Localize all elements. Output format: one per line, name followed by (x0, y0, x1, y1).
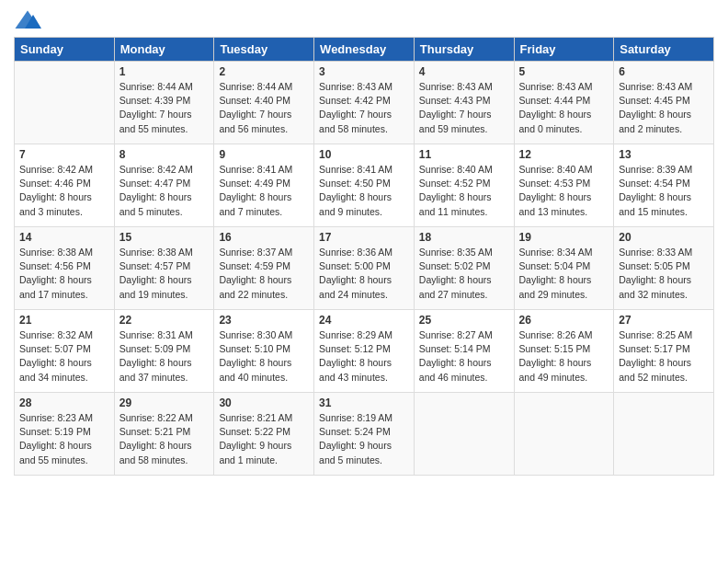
calendar-cell: 4Sunrise: 8:43 AMSunset: 4:43 PMDaylight… (414, 62, 514, 144)
calendar-cell: 7Sunrise: 8:42 AMSunset: 4:46 PMDaylight… (15, 144, 115, 227)
week-row-1: 1Sunrise: 8:44 AMSunset: 4:39 PMDaylight… (15, 62, 714, 144)
week-row-5: 28Sunrise: 8:23 AMSunset: 5:19 PMDayligh… (15, 393, 714, 476)
calendar-cell: 20Sunrise: 8:33 AMSunset: 5:05 PMDayligh… (614, 227, 714, 310)
day-info: Sunrise: 8:36 AMSunset: 5:00 PMDaylight:… (319, 246, 409, 302)
day-number: 13 (619, 148, 709, 161)
day-info: Sunrise: 8:38 AMSunset: 4:57 PMDaylight:… (119, 246, 210, 302)
day-info: Sunrise: 8:35 AMSunset: 5:02 PMDaylight:… (419, 246, 509, 302)
day-info: Sunrise: 8:43 AMSunset: 4:44 PMDaylight:… (519, 80, 609, 136)
day-info: Sunrise: 8:39 AMSunset: 4:54 PMDaylight:… (619, 163, 709, 219)
calendar-cell (614, 393, 714, 476)
calendar-cell: 6Sunrise: 8:43 AMSunset: 4:45 PMDaylight… (614, 62, 714, 144)
calendar-cell: 18Sunrise: 8:35 AMSunset: 5:02 PMDayligh… (414, 227, 514, 310)
day-info: Sunrise: 8:30 AMSunset: 5:10 PMDaylight:… (219, 328, 309, 385)
calendar-cell: 14Sunrise: 8:38 AMSunset: 4:56 PMDayligh… (15, 227, 115, 310)
day-number: 23 (219, 314, 309, 327)
day-number: 20 (619, 231, 709, 244)
day-number: 29 (119, 396, 210, 409)
calendar-cell: 25Sunrise: 8:27 AMSunset: 5:14 PMDayligh… (414, 310, 514, 393)
calendar-cell: 24Sunrise: 8:29 AMSunset: 5:12 PMDayligh… (314, 310, 415, 393)
calendar-cell: 8Sunrise: 8:42 AMSunset: 4:47 PMDaylight… (114, 144, 214, 227)
day-number: 25 (419, 314, 509, 327)
calendar-cell: 5Sunrise: 8:43 AMSunset: 4:44 PMDaylight… (514, 62, 614, 144)
day-number: 21 (19, 314, 109, 327)
weekday-header-friday: Friday (514, 38, 614, 62)
weekday-header-thursday: Thursday (414, 38, 514, 62)
day-info: Sunrise: 8:44 AMSunset: 4:40 PMDaylight:… (219, 80, 309, 136)
calendar-cell (15, 62, 115, 144)
day-number: 8 (119, 148, 210, 161)
calendar-cell: 26Sunrise: 8:26 AMSunset: 5:15 PMDayligh… (514, 310, 614, 393)
logo-icon (14, 9, 41, 31)
day-number: 17 (319, 231, 409, 244)
day-info: Sunrise: 8:40 AMSunset: 4:53 PMDaylight:… (519, 163, 609, 219)
page-header (14, 9, 714, 31)
week-row-2: 7Sunrise: 8:42 AMSunset: 4:46 PMDaylight… (15, 144, 714, 227)
day-info: Sunrise: 8:43 AMSunset: 4:43 PMDaylight:… (419, 80, 509, 136)
day-info: Sunrise: 8:29 AMSunset: 5:12 PMDaylight:… (319, 328, 409, 385)
day-number: 11 (419, 148, 509, 161)
calendar-cell: 21Sunrise: 8:32 AMSunset: 5:07 PMDayligh… (15, 310, 115, 393)
day-info: Sunrise: 8:43 AMSunset: 4:45 PMDaylight:… (619, 80, 709, 136)
calendar-cell: 2Sunrise: 8:44 AMSunset: 4:40 PMDaylight… (214, 62, 314, 144)
day-number: 26 (519, 314, 609, 327)
day-number: 9 (219, 148, 309, 161)
day-number: 14 (19, 231, 109, 244)
day-number: 27 (619, 314, 709, 327)
day-number: 6 (619, 65, 709, 78)
day-info: Sunrise: 8:19 AMSunset: 5:24 PMDaylight:… (319, 411, 409, 467)
day-number: 22 (119, 314, 210, 327)
day-info: Sunrise: 8:34 AMSunset: 5:04 PMDaylight:… (519, 246, 609, 302)
day-info: Sunrise: 8:25 AMSunset: 5:17 PMDaylight:… (619, 328, 709, 385)
day-info: Sunrise: 8:44 AMSunset: 4:39 PMDaylight:… (119, 80, 210, 136)
calendar-header: SundayMondayTuesdayWednesdayThursdayFrid… (15, 38, 714, 62)
day-info: Sunrise: 8:31 AMSunset: 5:09 PMDaylight:… (119, 328, 210, 385)
calendar-cell: 12Sunrise: 8:40 AMSunset: 4:53 PMDayligh… (514, 144, 614, 227)
day-info: Sunrise: 8:41 AMSunset: 4:50 PMDaylight:… (319, 163, 409, 219)
day-info: Sunrise: 8:40 AMSunset: 4:52 PMDaylight:… (419, 163, 509, 219)
day-number: 12 (519, 148, 609, 161)
weekday-header-saturday: Saturday (614, 38, 714, 62)
calendar-cell: 29Sunrise: 8:22 AMSunset: 5:21 PMDayligh… (114, 393, 214, 476)
calendar-body: 1Sunrise: 8:44 AMSunset: 4:39 PMDaylight… (15, 62, 714, 476)
day-info: Sunrise: 8:43 AMSunset: 4:42 PMDaylight:… (319, 80, 409, 136)
day-info: Sunrise: 8:41 AMSunset: 4:49 PMDaylight:… (219, 163, 309, 219)
calendar-cell: 16Sunrise: 8:37 AMSunset: 4:59 PMDayligh… (214, 227, 314, 310)
weekday-row: SundayMondayTuesdayWednesdayThursdayFrid… (15, 38, 714, 62)
calendar-cell: 30Sunrise: 8:21 AMSunset: 5:22 PMDayligh… (214, 393, 314, 476)
calendar-cell: 9Sunrise: 8:41 AMSunset: 4:49 PMDaylight… (214, 144, 314, 227)
weekday-header-tuesday: Tuesday (214, 38, 314, 62)
weekday-header-sunday: Sunday (15, 38, 115, 62)
calendar-cell: 22Sunrise: 8:31 AMSunset: 5:09 PMDayligh… (114, 310, 214, 393)
calendar-cell: 19Sunrise: 8:34 AMSunset: 5:04 PMDayligh… (514, 227, 614, 310)
day-number: 19 (519, 231, 609, 244)
weekday-header-monday: Monday (114, 38, 214, 62)
day-info: Sunrise: 8:33 AMSunset: 5:05 PMDaylight:… (619, 246, 709, 302)
day-info: Sunrise: 8:42 AMSunset: 4:46 PMDaylight:… (19, 163, 109, 219)
day-info: Sunrise: 8:21 AMSunset: 5:22 PMDaylight:… (219, 411, 309, 467)
calendar-cell: 10Sunrise: 8:41 AMSunset: 4:50 PMDayligh… (314, 144, 415, 227)
calendar-cell: 3Sunrise: 8:43 AMSunset: 4:42 PMDaylight… (314, 62, 415, 144)
day-info: Sunrise: 8:37 AMSunset: 4:59 PMDaylight:… (219, 246, 309, 302)
day-number: 2 (219, 65, 309, 78)
day-number: 31 (319, 396, 409, 409)
calendar-cell: 11Sunrise: 8:40 AMSunset: 4:52 PMDayligh… (414, 144, 514, 227)
weekday-header-wednesday: Wednesday (314, 38, 415, 62)
calendar-cell: 13Sunrise: 8:39 AMSunset: 4:54 PMDayligh… (614, 144, 714, 227)
day-number: 10 (319, 148, 409, 161)
logo (14, 9, 45, 31)
day-number: 18 (419, 231, 509, 244)
day-number: 4 (419, 65, 509, 78)
day-info: Sunrise: 8:23 AMSunset: 5:19 PMDaylight:… (19, 411, 109, 467)
day-number: 28 (19, 396, 109, 409)
calendar-cell: 15Sunrise: 8:38 AMSunset: 4:57 PMDayligh… (114, 227, 214, 310)
calendar-cell (414, 393, 514, 476)
calendar-cell: 1Sunrise: 8:44 AMSunset: 4:39 PMDaylight… (114, 62, 214, 144)
day-info: Sunrise: 8:42 AMSunset: 4:47 PMDaylight:… (119, 163, 210, 219)
day-info: Sunrise: 8:27 AMSunset: 5:14 PMDaylight:… (419, 328, 509, 385)
day-number: 16 (219, 231, 309, 244)
day-info: Sunrise: 8:38 AMSunset: 4:56 PMDaylight:… (19, 246, 109, 302)
day-number: 5 (519, 65, 609, 78)
day-info: Sunrise: 8:26 AMSunset: 5:15 PMDaylight:… (519, 328, 609, 385)
day-number: 3 (319, 65, 409, 78)
